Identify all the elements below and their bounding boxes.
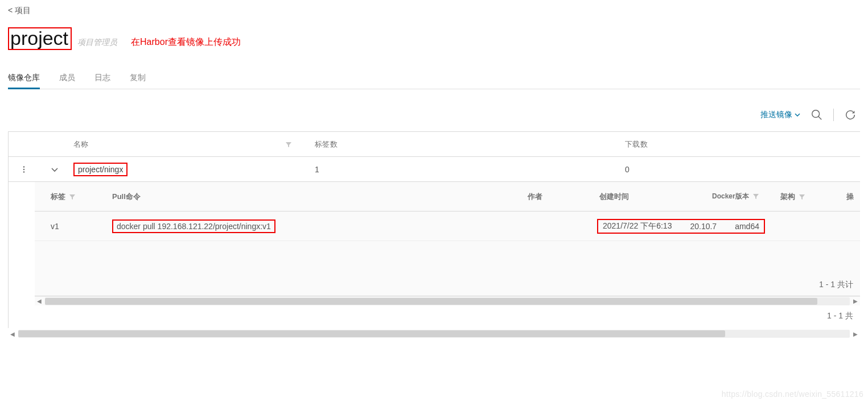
col-header-ops[interactable]: 操 bbox=[846, 192, 854, 202]
tag-name: v1 bbox=[35, 222, 102, 231]
push-image-label: 推送镜像 bbox=[760, 110, 792, 120]
col-header-author[interactable]: 作者 bbox=[528, 192, 542, 202]
col-header-pull[interactable]: Pull命令 bbox=[112, 192, 141, 202]
push-image-button[interactable]: 推送镜像 bbox=[760, 110, 800, 120]
tabs: 镜像仓库 成员 日志 复制 bbox=[8, 69, 860, 89]
pull-command[interactable]: docker pull 192.168.121.22/project/ningx… bbox=[112, 219, 275, 233]
tag-arch: amd64 bbox=[735, 222, 759, 231]
toolbar-divider bbox=[833, 109, 834, 121]
chevron-down-icon bbox=[795, 112, 800, 118]
col-header-created[interactable]: 创建时间 bbox=[599, 192, 629, 202]
tag-row: v1 docker pull 192.168.121.22/project/ni… bbox=[35, 212, 860, 241]
svg-point-2 bbox=[23, 166, 24, 167]
col-header-tag[interactable]: 标签 bbox=[51, 192, 65, 202]
role-label: 项目管理员 bbox=[77, 38, 117, 48]
chevron-down-icon bbox=[51, 165, 59, 173]
tags-table: 标签 Pull命令 作者 创建时间 Docker版本 架构 bbox=[35, 182, 860, 305]
repo-name-link[interactable]: project/ningx bbox=[73, 163, 127, 176]
scroll-right-icon[interactable]: ▶ bbox=[851, 297, 860, 306]
page-title: project bbox=[8, 27, 72, 50]
filter-icon[interactable] bbox=[752, 193, 759, 200]
tab-logs[interactable]: 日志 bbox=[94, 69, 110, 89]
tag-meta-highlight: 2021/7/22 下午6:13 20.10.7 amd64 bbox=[597, 219, 765, 234]
filter-icon[interactable] bbox=[285, 141, 292, 148]
tag-created: 2021/7/22 下午6:13 bbox=[603, 221, 672, 231]
scroll-right-icon[interactable]: ▶ bbox=[851, 329, 860, 338]
more-vertical-icon bbox=[20, 165, 28, 173]
col-header-tags[interactable]: 标签数 bbox=[315, 139, 338, 150]
svg-point-3 bbox=[23, 168, 24, 169]
breadcrumb-back[interactable]: 项目 bbox=[15, 6, 31, 15]
refresh-button[interactable] bbox=[844, 109, 857, 121]
search-icon bbox=[811, 109, 823, 121]
search-button[interactable] bbox=[811, 109, 823, 121]
repositories-table: 名称 标签数 下载数 bbox=[8, 131, 860, 328]
col-header-name[interactable]: 名称 bbox=[73, 139, 89, 150]
filter-icon[interactable] bbox=[69, 193, 76, 200]
scroll-left-icon[interactable]: ◀ bbox=[8, 329, 17, 338]
tab-members[interactable]: 成员 bbox=[59, 69, 75, 89]
col-header-docker[interactable]: Docker版本 bbox=[712, 192, 749, 200]
tab-replication[interactable]: 复制 bbox=[130, 69, 146, 89]
tab-repositories[interactable]: 镜像仓库 bbox=[8, 69, 40, 89]
col-header-downloads[interactable]: 下载数 bbox=[625, 139, 648, 150]
inner-horizontal-scrollbar[interactable]: ◀ ▶ bbox=[35, 296, 860, 305]
breadcrumb[interactable]: < 项目 bbox=[8, 6, 860, 16]
filter-icon[interactable] bbox=[799, 193, 805, 200]
repo-tag-count: 1 bbox=[303, 165, 614, 174]
scroll-left-icon[interactable]: ◀ bbox=[35, 297, 44, 306]
row-actions-button[interactable] bbox=[20, 165, 28, 173]
annotation-text: 在Harbor查看镜像上传成功 bbox=[131, 36, 241, 48]
svg-line-1 bbox=[818, 117, 822, 120]
svg-point-0 bbox=[812, 110, 820, 118]
row-expand-toggle[interactable] bbox=[51, 165, 59, 173]
outer-horizontal-scrollbar[interactable]: ◀ ▶ bbox=[8, 329, 860, 338]
table-row: project/ningx 1 0 bbox=[9, 157, 860, 182]
table-header-row: 名称 标签数 下载数 bbox=[9, 132, 860, 157]
repo-download-count: 0 bbox=[614, 165, 860, 174]
col-header-arch[interactable]: 架构 bbox=[780, 192, 795, 202]
svg-point-4 bbox=[23, 171, 24, 172]
outer-pagination: 1 - 1 共 bbox=[9, 305, 860, 328]
inner-pagination: 1 - 1 共计 bbox=[35, 274, 860, 296]
refresh-icon bbox=[844, 109, 857, 121]
tag-docker-version: 20.10.7 bbox=[690, 222, 717, 231]
